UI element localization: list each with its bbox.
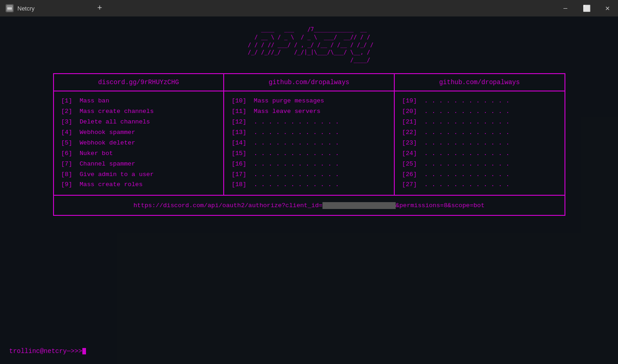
menu-col-3: [19] . . . . . . . . . . . .[20] . . . .… <box>395 91 564 195</box>
menu-item[interactable]: [25] . . . . . . . . . . . . <box>402 159 557 170</box>
menu-item[interactable]: [22] . . . . . . . . . . . . <box>402 128 557 138</box>
menu-item[interactable]: [2] Mass create channels <box>61 107 216 117</box>
menu-col-2: [10] Mass purge messages[11] Mass leave … <box>224 91 395 195</box>
menu-item[interactable]: [14] . . . . . . . . . . . . <box>231 138 387 149</box>
url-prefix: https://discord.com/api/oauth2/authorize… <box>134 202 322 209</box>
menu-item[interactable]: [4] Webhook spammer <box>61 128 216 138</box>
cursor <box>82 348 86 354</box>
ascii-art-logo: ____ ___ /7____________ __ / __ \ / _ \ … <box>245 26 374 64</box>
menu-item[interactable]: [19] . . . . . . . . . . . . <box>402 96 557 107</box>
footer-url: https://discord.com/api/oauth2/authorize… <box>134 202 485 209</box>
menu-item[interactable]: [27] . . . . . . . . . . . . <box>402 180 557 190</box>
menu-col-1: [1] Mass ban[2] Mass create channels[3] … <box>54 91 225 195</box>
menu-item[interactable]: [21] . . . . . . . . . . . . <box>402 117 557 128</box>
menu-item[interactable]: [9] Mass create roles <box>61 180 216 190</box>
header-github-1: github.com/dropalways <box>224 74 395 91</box>
title-bar: Netcry + — ⬜ ✕ <box>0 0 618 16</box>
menu-body: [1] Mass ban[2] Mass create channels[3] … <box>54 91 564 195</box>
menu-item[interactable]: [16] . . . . . . . . . . . . <box>231 159 387 170</box>
prompt-arrow: >>> <box>70 348 82 355</box>
menu-item[interactable]: [20] . . . . . . . . . . . . <box>402 107 557 117</box>
svg-rect-1 <box>7 7 12 10</box>
maximize-button[interactable]: ⬜ <box>576 0 597 16</box>
terminal-prompt: trollinc@netcry─>>> <box>9 348 86 355</box>
menu-header: discord.gg/9rRHUYzCHG github.com/dropalw… <box>54 74 564 91</box>
menu-item[interactable]: [15] . . . . . . . . . . . . <box>231 149 387 159</box>
app-icon <box>5 4 14 12</box>
menu-footer: https://discord.com/api/oauth2/authorize… <box>54 195 564 215</box>
title-bar-title: Netcry <box>17 5 35 12</box>
menu-item[interactable]: [3] Delete all channels <box>61 117 216 128</box>
menu-item[interactable]: [18] . . . . . . . . . . . . <box>231 180 387 190</box>
menu-item[interactable]: [24] . . . . . . . . . . . . <box>402 149 557 159</box>
prompt-user: trollinc@netcry <box>9 348 67 355</box>
menu-container: discord.gg/9rRHUYzCHG github.com/dropalw… <box>53 73 565 216</box>
menu-item[interactable]: [17] . . . . . . . . . . . . <box>231 170 387 180</box>
minimize-button[interactable]: — <box>555 0 576 16</box>
menu-item[interactable]: [12] . . . . . . . . . . . . <box>231 117 387 128</box>
menu-item[interactable]: [1] Mass ban <box>61 96 216 107</box>
menu-item[interactable]: [7] Channel spammer <box>61 159 216 170</box>
url-redacted: ​ <box>322 202 396 209</box>
new-tab-button[interactable]: + <box>91 0 108 16</box>
menu-item[interactable]: [10] Mass purge messages <box>231 96 387 107</box>
header-discord: discord.gg/9rRHUYzCHG <box>54 74 225 91</box>
url-suffix: &permissions=8&scope=bot <box>396 202 484 209</box>
menu-item[interactable]: [5] Webhook deleter <box>61 138 216 149</box>
terminal-area: ____ ___ /7____________ __ / __ \ / _ \ … <box>0 16 618 364</box>
menu-item[interactable]: [23] . . . . . . . . . . . . <box>402 138 557 149</box>
menu-item[interactable]: [11] Mass leave servers <box>231 107 387 117</box>
menu-item[interactable]: [8] Give admin to a user <box>61 170 216 180</box>
menu-item[interactable]: [26] . . . . . . . . . . . . <box>402 170 557 180</box>
close-button[interactable]: ✕ <box>597 0 618 16</box>
header-github-2: github.com/dropalways <box>395 74 564 91</box>
menu-item[interactable]: [6] Nuker bot <box>61 149 216 159</box>
menu-item[interactable]: [13] . . . . . . . . . . . . <box>231 128 387 138</box>
